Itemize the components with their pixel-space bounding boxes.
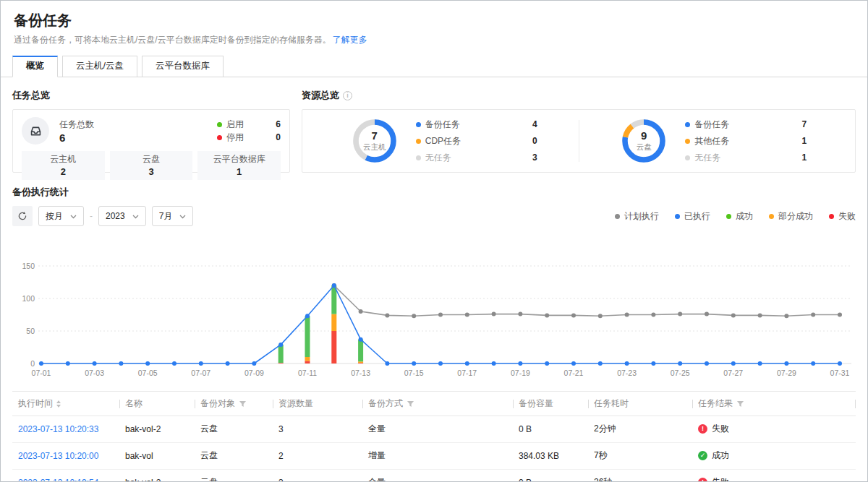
column-label: 任务结果 <box>698 397 733 410</box>
tab-overview[interactable]: 概览 <box>12 56 58 77</box>
backup-exec-chart: 05010015007-0107-0307-0507-0707-0907-110… <box>12 258 856 382</box>
column-header-inner[interactable]: 备份方式 <box>368 397 414 410</box>
donut-legend: 备份任务7其他任务1无任务1 <box>685 116 807 166</box>
task-type-label: 云平台数据库 <box>197 153 281 165</box>
legend-label: 部分成功 <box>778 210 813 223</box>
column-header-inner[interactable]: 备份容量 <box>519 397 553 410</box>
column-header-5: 备份方式 <box>362 392 513 416</box>
page-subtitle-text: 通过备份任务，可将本地云主机/云盘/云平台数据库定时备份到指定的存储服务器。 <box>14 35 331 45</box>
info-circle-icon[interactable]: i <box>343 91 352 100</box>
column-label: 备份对象 <box>200 397 235 410</box>
legend-dot <box>726 214 731 219</box>
legend-dot <box>675 214 680 219</box>
duration-cell: 7秒 <box>588 443 692 470</box>
legend-label: 无任务 <box>694 152 801 164</box>
table-row: 2023-07-13 10:20:00bak-vol云盘2增量384.03 KB… <box>12 443 856 470</box>
filter-icon[interactable] <box>736 400 744 408</box>
column-label: 执行时间 <box>18 397 53 410</box>
tab-vm-volume[interactable]: 云主机/云盘 <box>62 56 137 77</box>
svg-text:07-03: 07-03 <box>85 369 104 377</box>
chart-legend-item[interactable]: 成功 <box>726 210 753 223</box>
column-header-inner[interactable]: 任务耗时 <box>594 397 629 410</box>
task-total-value: 6 <box>59 132 94 144</box>
chart-legend-item[interactable]: 计划执行 <box>615 210 659 223</box>
year-select-value: 2023 <box>106 211 125 221</box>
filter-icon[interactable] <box>407 400 414 408</box>
task-type-label: 云盘 <box>110 153 193 165</box>
task-type-box[interactable]: 云盘3 <box>110 151 193 180</box>
tab-db[interactable]: 云平台数据库 <box>142 56 224 77</box>
status-label: 启用 <box>226 119 276 131</box>
method-cell: 全量 <box>362 416 513 443</box>
donut-label: 云盘 <box>637 142 652 152</box>
legend-dot <box>769 214 774 219</box>
year-select[interactable]: 2023 <box>98 206 146 226</box>
method-cell: 全量 <box>362 470 513 482</box>
resource-overview-title: 资源总览 <box>302 89 339 102</box>
duration-cell: 2分钟 <box>588 416 692 443</box>
duration-cell: 26秒 <box>588 470 692 482</box>
svg-text:07-25: 07-25 <box>671 369 690 377</box>
exec-time-link[interactable]: 2023-07-13 10:19:54 <box>12 470 119 482</box>
chart-legend-item[interactable]: 失败 <box>829 210 856 223</box>
legend-row: 备份任务7 <box>685 116 807 133</box>
exec-time-link[interactable]: 2023-07-13 10:20:33 <box>12 416 119 443</box>
target-cell: 云盘 <box>195 443 273 470</box>
column-header-inner[interactable]: 任务结果 <box>698 397 744 410</box>
svg-text:100: 100 <box>22 294 35 303</box>
status-label: 停用 <box>226 132 276 144</box>
month-select[interactable]: 7月 <box>152 206 194 226</box>
period-select[interactable]: 按月 <box>38 206 84 226</box>
filter-icon[interactable] <box>239 400 247 408</box>
column-header-inner[interactable]: 备份对象 <box>200 397 247 410</box>
resource-group: 9云盘备份任务7其他任务1无任务1 <box>579 116 848 166</box>
legend-dot <box>416 139 421 144</box>
refresh-button[interactable] <box>12 206 33 226</box>
legend-dot <box>685 122 690 127</box>
donut-center: 9云盘 <box>620 117 668 165</box>
task-status-row: 启用6 <box>217 118 281 131</box>
legend-row: 备份任务4 <box>416 116 537 133</box>
legend-label: 无任务 <box>425 152 532 164</box>
column-header-1: 执行时间 <box>12 392 119 416</box>
status-value: 0 <box>276 132 281 142</box>
name-cell: bak-vol-2 <box>119 470 195 482</box>
status-dot <box>217 135 222 140</box>
column-header-inner[interactable]: 资源数量 <box>278 397 313 410</box>
result-badge: !失败 <box>698 476 850 482</box>
legend-dot <box>416 122 421 127</box>
legend-label: 已执行 <box>684 210 710 223</box>
donut-legend: 备份任务4CDP任务0无任务3 <box>416 116 537 166</box>
task-type-box[interactable]: 云主机2 <box>22 151 105 180</box>
method-cell: 增量 <box>362 443 513 470</box>
chart-legend-item[interactable]: 已执行 <box>675 210 710 223</box>
sort-icon[interactable] <box>56 400 61 408</box>
task-status-legend: 启用6停用0 <box>217 118 281 144</box>
stats-controls: 按月 - 2023 7月 计划执行已执行成功部分成功失败 <box>12 206 856 226</box>
learn-more-link[interactable]: 了解更多 <box>333 35 367 45</box>
task-type-box[interactable]: 云平台数据库1 <box>197 151 281 180</box>
column-header-inner[interactable]: 名称 <box>125 397 142 410</box>
svg-text:07-27: 07-27 <box>723 369 743 377</box>
legend-value: 0 <box>532 136 537 146</box>
svg-text:07-15: 07-15 <box>404 369 424 377</box>
svg-text:07-09: 07-09 <box>244 369 264 377</box>
result-text: 失败 <box>712 476 729 482</box>
exec-time-link[interactable]: 2023-07-13 10:20:00 <box>12 443 119 470</box>
column-header-7: 任务耗时 <box>588 392 692 416</box>
page-title: 备份任务 <box>14 11 853 30</box>
name-cell: bak-vol <box>119 443 195 470</box>
legend-label: CDP任务 <box>425 135 532 147</box>
period-select-value: 按月 <box>46 210 63 223</box>
result-badge: !失败 <box>698 423 850 435</box>
result-cell: !失败 <box>692 470 856 482</box>
column-header-inner[interactable]: 执行时间 <box>18 397 61 410</box>
donut-value: 7 <box>372 130 378 142</box>
legend-dot <box>615 214 620 219</box>
resource-overview-panel: 7云主机备份任务4CDP任务0无任务39云盘备份任务7其他任务1无任务1 <box>302 109 856 173</box>
result-cell: ✓成功 <box>692 443 856 470</box>
task-type-value: 3 <box>110 166 193 177</box>
result-cell: !失败 <box>692 416 856 443</box>
column-header-6: 备份容量 <box>513 392 588 416</box>
chart-legend-item[interactable]: 部分成功 <box>769 210 813 223</box>
